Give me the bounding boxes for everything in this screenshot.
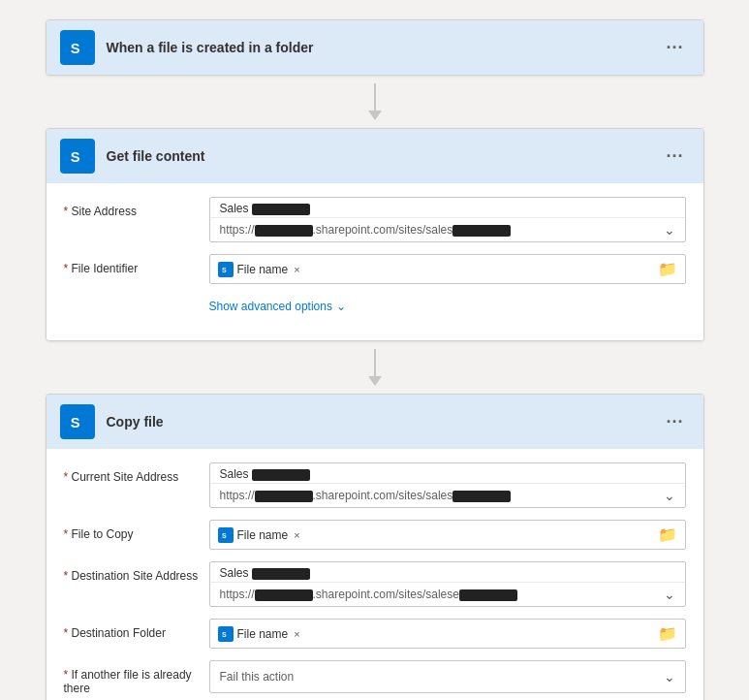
arrow-head-2 [368, 376, 382, 386]
svg-text:S: S [222, 267, 227, 273]
destination-folder-tag-input[interactable]: S File name × 📁 [209, 619, 686, 649]
flow-container: S When a file is created in a folder ···… [46, 19, 704, 700]
if-another-file-input-group[interactable]: Fail this action ⌄ [209, 660, 686, 693]
copy-file-body: * Current Site Address Sales https:// .s… [47, 449, 703, 700]
svg-text:S: S [222, 631, 227, 638]
redacted-8 [255, 589, 313, 601]
if-another-file-value: Fail this action ⌄ [210, 661, 685, 692]
trigger-icon: S [60, 30, 95, 65]
advanced-options-row-1: Show advanced options ⌄ [64, 296, 686, 313]
arrow-line-2 [374, 349, 376, 376]
file-identifier-input-group-1[interactable]: S File name × 📁 [209, 254, 686, 284]
file-to-copy-row: * File to Copy S File name × [64, 520, 686, 550]
current-site-address-box[interactable]: Sales https:// .sharepoint.com/sites/sal… [209, 462, 686, 508]
current-site-address-top: Sales [210, 463, 685, 484]
advanced-options-link-1[interactable]: Show advanced options ⌄ [209, 300, 346, 313]
get-file-content-body: * Site Address Sales https:// .sharepoin… [47, 183, 703, 340]
get-file-content-step: S Get file content ··· * Site Address Sa… [46, 128, 704, 341]
svg-text:S: S [70, 41, 79, 56]
if-another-file-row: * If another file is already there Fail … [64, 660, 686, 695]
file-identifier-label-1: * File Identifier [64, 254, 200, 275]
tag-icon-3: S [218, 626, 234, 642]
trigger-title: When a file is created in a folder [107, 40, 649, 55]
site-address-row-1: * Site Address Sales https:// .sharepoin… [64, 197, 686, 242]
fail-action-text: Fail this action [220, 670, 295, 684]
connector-arrow-2 [368, 341, 382, 394]
advanced-options-chevron-1: ⌄ [336, 300, 346, 313]
svg-text:S: S [222, 532, 227, 539]
file-name-tag-2: S File name × [218, 527, 300, 543]
file-name-tag-label-3: File name [237, 627, 289, 641]
redacted-7 [252, 568, 310, 580]
connector-arrow-1 [368, 76, 382, 128]
tag-icon-2: S [218, 527, 234, 543]
if-another-file-label: * If another file is already there [64, 660, 200, 695]
tag-remove-1[interactable]: × [294, 264, 299, 275]
file-name-tag-label-2: File name [237, 528, 289, 542]
copy-file-header: S Copy file ··· [47, 395, 703, 449]
site-address-bottom-1: https:// .sharepoint.com/sites/sales ⌄ [210, 218, 685, 241]
file-name-tag-1: S File name × [218, 262, 300, 277]
copy-file-step: S Copy file ··· * Current Site Address S… [46, 394, 704, 700]
arrow-line-1 [374, 83, 376, 111]
site-address-box-1[interactable]: Sales https:// .sharepoint.com/sites/sal… [209, 197, 686, 242]
file-name-tag-3: S File name × [218, 626, 300, 642]
folder-icon-3[interactable]: 📁 [658, 624, 677, 643]
get-file-content-menu[interactable]: ··· [660, 144, 689, 169]
file-to-copy-input-group[interactable]: S File name × 📁 [209, 520, 686, 550]
trigger-header: S When a file is created in a folder ··· [47, 20, 703, 75]
current-site-dropdown-arrow[interactable]: ⌄ [664, 488, 675, 503]
trigger-step: S When a file is created in a folder ··· [46, 19, 704, 76]
site-address-top-1: Sales [210, 198, 685, 218]
tag-icon-1: S [218, 262, 234, 277]
redacted-4 [252, 469, 310, 481]
svg-text:S: S [70, 415, 79, 430]
copy-file-title: Copy file [107, 414, 649, 430]
redacted-2 [255, 225, 313, 237]
destination-site-address-box[interactable]: Sales https:// .sharepoint.com/sites/sal… [209, 561, 686, 607]
site-address-input-group-1[interactable]: Sales https:// .sharepoint.com/sites/sal… [209, 197, 686, 242]
file-identifier-tag-input-1[interactable]: S File name × 📁 [209, 254, 686, 284]
destination-site-address-input-group[interactable]: Sales https:// .sharepoint.com/sites/sal… [209, 561, 686, 607]
file-to-copy-label: * File to Copy [64, 520, 200, 541]
copy-file-menu[interactable]: ··· [660, 410, 689, 434]
redacted-3 [453, 225, 511, 237]
destination-site-dropdown-arrow[interactable]: ⌄ [664, 587, 675, 602]
file-to-copy-tag-input[interactable]: S File name × 📁 [209, 520, 686, 550]
get-file-content-title: Get file content [107, 148, 649, 164]
redacted-9 [459, 589, 517, 601]
destination-folder-row: * Destination Folder S File name [64, 619, 686, 649]
destination-site-address-label: * Destination Site Address [64, 561, 200, 583]
if-another-file-box[interactable]: Fail this action ⌄ [209, 660, 686, 693]
file-name-tag-label-1: File name [237, 263, 289, 276]
tag-remove-2[interactable]: × [294, 529, 299, 541]
destination-site-address-row: * Destination Site Address Sales https:/… [64, 561, 686, 607]
arrow-head-1 [368, 111, 382, 120]
advanced-options-label-1: Show advanced options [209, 300, 332, 313]
advanced-options-spacer-1 [64, 296, 200, 303]
get-file-content-header: S Get file content ··· [47, 129, 703, 183]
file-identifier-row-1: * File Identifier S File name [64, 254, 686, 284]
site-address-dropdown-arrow-1[interactable]: ⌄ [664, 222, 675, 238]
current-site-address-input-group[interactable]: Sales https:// .sharepoint.com/sites/sal… [209, 462, 686, 508]
tag-remove-3[interactable]: × [294, 628, 299, 640]
get-file-content-icon: S [60, 139, 95, 174]
current-site-address-row: * Current Site Address Sales https:// .s… [64, 462, 686, 508]
svg-text:S: S [70, 149, 79, 165]
current-site-address-label: * Current Site Address [64, 462, 200, 484]
destination-folder-input-group[interactable]: S File name × 📁 [209, 619, 686, 649]
if-another-file-dropdown-arrow[interactable]: ⌄ [664, 669, 675, 684]
redacted-1 [252, 204, 310, 215]
folder-icon-2[interactable]: 📁 [658, 525, 677, 544]
redacted-6 [453, 491, 511, 502]
destination-site-address-bottom: https:// .sharepoint.com/sites/salese ⌄ [210, 583, 685, 606]
copy-file-icon: S [60, 404, 95, 439]
folder-icon-1[interactable]: 📁 [658, 260, 677, 278]
destination-folder-label: * Destination Folder [64, 619, 200, 640]
destination-site-address-top: Sales [210, 562, 685, 583]
site-address-label-1: * Site Address [64, 197, 200, 218]
trigger-menu[interactable]: ··· [660, 36, 689, 60]
current-site-address-bottom: https:// .sharepoint.com/sites/sales ⌄ [210, 484, 685, 507]
redacted-5 [255, 491, 313, 502]
